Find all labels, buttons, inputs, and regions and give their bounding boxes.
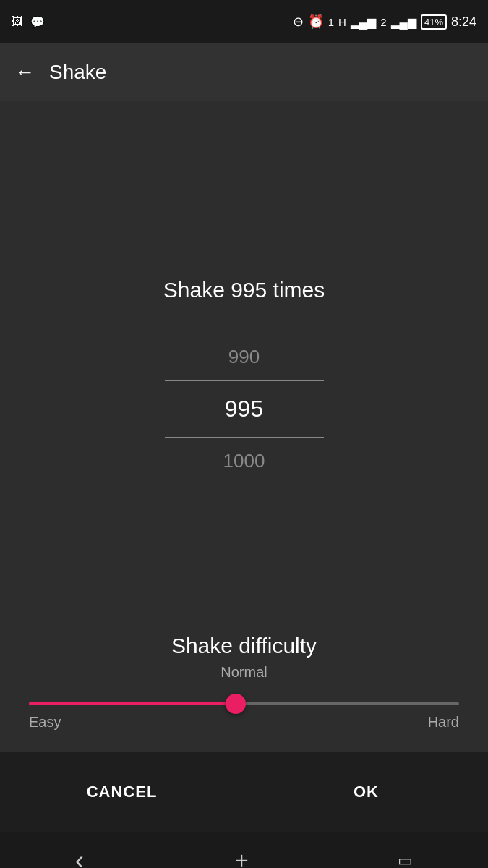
page-title: Shake	[49, 61, 106, 84]
picker-value-above: 990	[228, 339, 260, 375]
cancel-button[interactable]: CANCEL	[0, 752, 244, 832]
picker-value-selected: 995	[225, 386, 263, 433]
nav-back-button[interactable]: ‹	[75, 846, 84, 868]
slider-thumb[interactable]	[226, 694, 246, 714]
back-button[interactable]: ←	[14, 61, 35, 84]
picker-divider-top	[165, 380, 324, 381]
shake-count-title: Shake 995 times	[163, 278, 325, 302]
image-icon: 🖼	[12, 15, 23, 28]
main-content: Shake 995 times 990 995 1000 Shake diffi…	[0, 101, 488, 752]
slider-label-easy: Easy	[29, 714, 61, 731]
mute-icon: ⊖	[293, 14, 304, 30]
status-bar: 🖼 💬 ⊖ ⏰ 1 H ▂▄▆ 2 ▂▄▆ 41% 8:24	[0, 0, 488, 43]
difficulty-subtitle: Normal	[221, 664, 267, 681]
whatsapp-icon: 💬	[30, 15, 45, 29]
nav-recents-button[interactable]: ▭	[398, 851, 413, 868]
slider-fill	[29, 702, 236, 705]
battery-icon: 41%	[421, 14, 447, 30]
slider-label-hard: Hard	[428, 714, 459, 731]
slider-container[interactable]: Easy Hard	[22, 702, 466, 731]
nav-home-button[interactable]: ✕	[229, 849, 252, 868]
top-bar: ← Shake	[0, 43, 488, 101]
number-picker[interactable]: 990 995 1000	[150, 339, 338, 480]
difficulty-title: Shake difficulty	[171, 634, 317, 658]
notification-badge-1: 1	[328, 16, 334, 28]
slider-track	[29, 702, 459, 705]
time-display: 8:24	[451, 14, 476, 30]
notification-badge-2: 2	[380, 16, 386, 28]
network-h-icon: H	[338, 16, 346, 28]
picker-value-below: 1000	[223, 443, 265, 480]
ok-button[interactable]: OK	[244, 752, 488, 832]
difficulty-section: Shake difficulty Normal Easy Hard	[0, 634, 488, 752]
picker-section: Shake 995 times 990 995 1000	[0, 101, 488, 634]
bottom-buttons: CANCEL OK	[0, 752, 488, 832]
slider-labels: Easy Hard	[29, 714, 459, 731]
alarm-icon: ⏰	[308, 14, 324, 30]
signal-icon-2: ▂▄▆	[391, 15, 416, 29]
status-right-icons: ⊖ ⏰ 1 H ▂▄▆ 2 ▂▄▆ 41% 8:24	[293, 14, 476, 30]
nav-bar: ‹ ✕ ▭	[0, 832, 488, 868]
picker-divider-bottom	[165, 437, 324, 438]
status-left-icons: 🖼 💬	[12, 15, 45, 29]
signal-icon-1: ▂▄▆	[351, 15, 376, 29]
